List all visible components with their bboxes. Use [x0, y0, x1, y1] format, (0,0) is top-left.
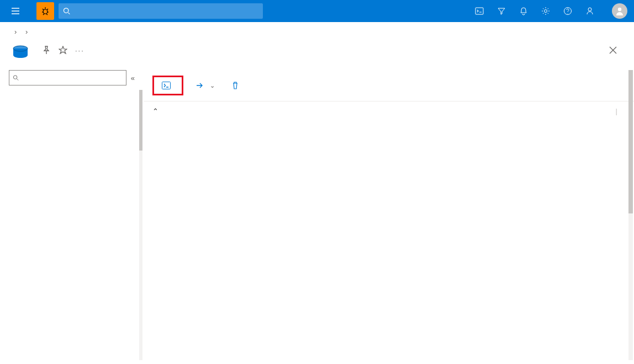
svg-point-3 — [545, 10, 547, 13]
collapse-sidebar-icon[interactable]: « — [131, 74, 135, 82]
move-button[interactable]: ⌄ — [191, 79, 219, 92]
console-button[interactable] — [152, 76, 183, 95]
memory-usage-chart — [144, 129, 634, 247]
hamburger-menu[interactable] — [4, 7, 27, 15]
chevron-up-icon: ⌃ — [152, 107, 158, 115]
sidebar-scrollbar[interactable] — [139, 90, 142, 360]
svg-point-6 — [618, 8, 621, 11]
redis-icon — [11, 44, 30, 62]
help-icon[interactable] — [557, 0, 579, 22]
top-bar — [0, 0, 634, 22]
trash-icon — [231, 82, 239, 89]
sidebar-search-input[interactable] — [21, 74, 123, 82]
search-icon — [13, 74, 19, 81]
svg-point-1 — [64, 8, 68, 13]
sidebar-search[interactable] — [9, 70, 126, 85]
cloud-shell-icon[interactable] — [468, 0, 490, 22]
breadcrumb: › › — [0, 22, 634, 39]
svg-rect-10 — [162, 82, 171, 89]
favorite-icon[interactable] — [59, 46, 67, 55]
essentials-toggle[interactable]: ⌃ — [152, 107, 162, 115]
settings-icon[interactable] — [535, 0, 557, 22]
chevron-down-icon: ⌄ — [210, 82, 215, 89]
global-search-input[interactable] — [73, 7, 258, 15]
svg-rect-2 — [476, 8, 483, 14]
essentials-section: ⌃ | — [144, 101, 634, 129]
delete-button[interactable] — [227, 79, 247, 92]
notifications-icon[interactable] — [513, 0, 535, 22]
console-icon — [162, 82, 171, 89]
feedback-icon[interactable] — [579, 0, 601, 22]
svg-point-0 — [43, 9, 47, 14]
search-icon — [63, 7, 70, 15]
sidebar: « — [0, 70, 144, 360]
filter-icon[interactable] — [490, 0, 513, 22]
svg-point-9 — [13, 76, 17, 79]
avatar[interactable] — [612, 3, 627, 19]
close-blade-icon[interactable] — [609, 46, 617, 55]
pin-icon[interactable] — [42, 46, 51, 55]
arrow-right-icon — [196, 82, 203, 89]
main-scrollbar[interactable] — [628, 70, 633, 360]
command-bar: ⌄ — [144, 70, 634, 101]
chart-title — [160, 134, 617, 147]
svg-point-5 — [588, 8, 591, 11]
main-pane: ⌄ ⌃ | — [144, 70, 634, 360]
resource-header: ··· — [0, 39, 634, 70]
global-search[interactable] — [59, 3, 263, 19]
more-icon[interactable]: ··· — [75, 46, 84, 55]
preview-bug-icon[interactable] — [36, 2, 54, 20]
